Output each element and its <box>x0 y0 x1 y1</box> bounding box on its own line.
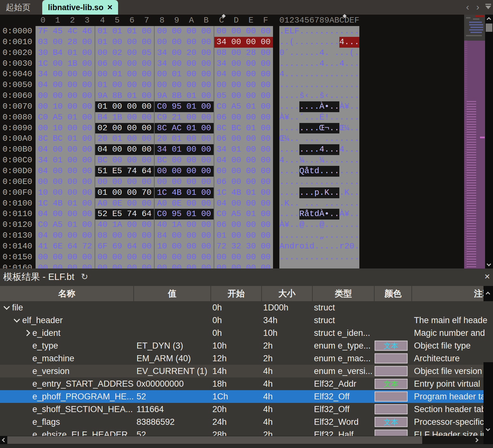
hex-byte[interactable]: 1C <box>155 187 169 198</box>
ascii-char[interactable]: . <box>330 166 335 177</box>
hex-byte[interactable]: 00 <box>80 101 94 112</box>
hex-byte[interactable]: 00 <box>199 133 213 144</box>
hex-byte[interactable]: 00 <box>124 198 139 209</box>
ascii-char[interactable]: . <box>354 177 359 187</box>
hex-byte[interactable]: 00 <box>243 58 258 69</box>
ascii-char[interactable]: . <box>290 220 295 230</box>
ascii-char[interactable]: . <box>319 166 324 177</box>
ascii-char[interactable]: . <box>344 166 350 177</box>
hex-byte[interactable]: 00 <box>258 241 273 252</box>
ascii-char[interactable]: . <box>314 69 319 80</box>
hex-byte[interactable]: 00 <box>50 80 65 91</box>
ascii-char[interactable]: . <box>334 187 339 198</box>
ascii-char[interactable]: . <box>314 58 319 69</box>
hex-byte[interactable]: 00 <box>199 263 213 268</box>
ascii-char[interactable]: . <box>279 252 284 263</box>
ascii-char[interactable]: . <box>344 252 350 263</box>
ascii-char[interactable]: ¼ <box>319 155 324 166</box>
hex-byte[interactable]: 1B <box>65 58 80 69</box>
hex-byte[interactable]: 00 <box>124 155 139 166</box>
hex-vertical-scrollbar[interactable] <box>485 15 493 268</box>
ascii-char[interactable]: . <box>279 58 284 69</box>
ascii-char[interactable]: . <box>314 252 319 263</box>
hex-byte[interactable]: 01 <box>95 101 110 112</box>
scroll-down-icon[interactable] <box>487 262 491 266</box>
hex-byte[interactable]: 00 <box>214 80 229 91</box>
hex-byte[interactable]: 01 <box>243 101 258 112</box>
ascii-char[interactable]: 4 <box>279 155 284 166</box>
hex-byte[interactable]: 00 <box>155 263 169 268</box>
ascii-char[interactable]: • <box>324 101 330 112</box>
ascii-char[interactable]: . <box>294 209 299 220</box>
ascii-char[interactable]: ´ <box>299 112 304 123</box>
hex-byte[interactable]: 01 <box>50 155 65 166</box>
ascii-char[interactable]: ¼ <box>284 133 290 144</box>
ascii-char[interactable]: . <box>334 91 339 101</box>
hex-byte[interactable]: 05 <box>214 91 229 101</box>
hex-byte[interactable]: 01 <box>243 123 258 134</box>
table-vertical-scrollbar[interactable] <box>483 362 493 436</box>
ascii-char[interactable]: . <box>344 263 350 268</box>
ascii-char[interactable]: . <box>354 209 359 220</box>
ascii-char[interactable]: À <box>319 209 324 220</box>
hex-byte[interactable]: 00 <box>199 209 213 220</box>
hex-byte[interactable]: 00 <box>36 177 50 187</box>
ascii-char[interactable]: . <box>344 48 350 58</box>
hex-byte[interactable]: 00 <box>199 58 213 69</box>
hex-byte[interactable]: 00 <box>124 252 139 263</box>
hex-byte[interactable]: C0 <box>36 220 50 230</box>
ascii-char[interactable]: . <box>344 69 350 80</box>
hex-byte[interactable]: 00 <box>110 230 124 241</box>
ascii-char[interactable]: . <box>299 80 304 91</box>
hex-byte[interactable]: 01 <box>65 198 80 209</box>
ascii-char[interactable]: . <box>314 241 319 252</box>
template-row-e_type[interactable]: e_typeET_DYN (3)10h2henum e_type...文本Obj… <box>0 339 493 352</box>
ascii-char[interactable]: . <box>304 252 310 263</box>
hex-byte[interactable]: 00 <box>169 80 184 91</box>
hex-byte[interactable]: 00 <box>199 123 213 134</box>
ascii-char[interactable]: . <box>339 177 344 187</box>
hex-byte[interactable]: 00 <box>65 80 80 91</box>
ascii-char[interactable]: . <box>354 252 359 263</box>
ascii-char[interactable]: . <box>290 263 295 268</box>
hex-byte[interactable]: BC <box>155 155 169 166</box>
template-row-e_flags[interactable]: e_flags8388659224h4hElf32_Word文本Processo… <box>0 416 493 428</box>
ascii-char[interactable]: . <box>310 37 315 48</box>
ascii-char[interactable]: . <box>310 144 315 155</box>
hex-byte[interactable]: 00 <box>95 69 110 80</box>
hex-byte[interactable]: 4C <box>65 26 80 37</box>
hex-byte[interactable]: 00 <box>80 123 94 134</box>
hex-byte[interactable]: 00 <box>214 26 229 37</box>
ascii-char[interactable]: . <box>330 144 335 155</box>
ascii-char[interactable]: . <box>294 166 299 177</box>
template-row-e_version[interactable]: e_versionEV_CURRENT (1)14h4henum e_versi… <box>0 365 493 377</box>
ascii-char[interactable]: . <box>290 112 295 123</box>
color-chip[interactable] <box>375 366 408 376</box>
ascii-char[interactable]: . <box>350 80 355 91</box>
ascii-char[interactable]: . <box>324 177 330 187</box>
hex-byte[interactable]: 00 <box>80 112 94 123</box>
hex-byte[interactable]: 00 <box>110 252 124 263</box>
hex-byte[interactable]: 04 <box>36 166 50 177</box>
hex-byte[interactable]: 00 <box>184 177 199 187</box>
hex-byte[interactable]: 00 <box>214 166 229 177</box>
hex-byte[interactable]: 01 <box>184 101 199 112</box>
ascii-char[interactable]: . <box>319 263 324 268</box>
ascii-char[interactable]: Q <box>299 166 304 177</box>
hex-byte[interactable]: 04 <box>214 155 229 166</box>
hex-byte[interactable]: 00 <box>124 177 139 187</box>
hex-byte[interactable]: 00 <box>229 252 243 263</box>
hex-byte[interactable]: 00 <box>80 263 94 268</box>
template-row-e_phoff_PROGRAM_HE[interactable]: e_phoff_PROGRAM_HE...521Ch4hElf32_OffPro… <box>0 390 493 403</box>
ascii-char[interactable]: . <box>310 263 315 268</box>
hex-byte[interactable]: 00 <box>95 177 110 187</box>
ascii-char[interactable]: . <box>354 241 359 252</box>
ascii-char[interactable]: . <box>310 252 315 263</box>
ascii-char[interactable]: K <box>344 187 350 198</box>
hex-byte[interactable]: 00 <box>184 144 199 155</box>
hex-byte[interactable]: 64 <box>65 241 80 252</box>
ascii-char[interactable]: . <box>339 198 344 209</box>
ascii-char[interactable]: . <box>314 48 319 58</box>
ascii-char[interactable]: ‹ <box>304 91 310 101</box>
ascii-char[interactable]: . <box>284 230 290 241</box>
